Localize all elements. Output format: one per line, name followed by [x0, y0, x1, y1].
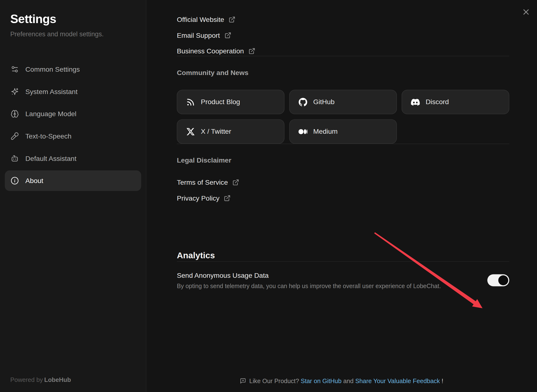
about-panel: Contact Us Official Website Email Suppor… — [146, 0, 537, 392]
discord-icon — [411, 98, 420, 107]
privacy-policy-link[interactable]: Privacy Policy — [177, 193, 509, 203]
sliders-icon — [10, 65, 19, 74]
section-divider — [177, 261, 509, 261]
product-footer: Like Our Product? Star on GitHub and Sha… — [146, 378, 537, 385]
community-section-heading: Community and News — [177, 68, 509, 77]
x-twitter-button[interactable]: X / Twitter — [177, 119, 285, 144]
business-cooperation-link[interactable]: Business Cooperation — [177, 46, 509, 56]
sidebar-item-text-to-speech[interactable]: Text-to-Speech — [5, 126, 141, 146]
medium-button[interactable]: Medium — [289, 119, 397, 144]
sidebar-item-common-settings[interactable]: Common Settings — [5, 59, 141, 80]
x-twitter-icon — [186, 127, 195, 136]
share-feedback-link[interactable]: Share Your Valuable Feedback — [355, 378, 440, 385]
external-link-icon — [224, 195, 231, 202]
lobehub-brand[interactable]: LobeHub — [44, 376, 71, 383]
contact-section-heading: Contact Us — [177, 0, 509, 2]
sidebar-item-label: Common Settings — [25, 65, 80, 73]
telemetry-setting-row: Send Anonymous Usage Data By opting to s… — [177, 271, 509, 290]
official-website-link[interactable]: Official Website — [177, 15, 509, 24]
sidebar-item-label: About — [25, 177, 44, 185]
page-title: Settings — [10, 11, 146, 26]
contact-links: Official Website Email Support Business … — [177, 15, 509, 56]
mic-icon — [10, 132, 19, 140]
settings-nav: Common Settings System Assistant Languag… — [0, 59, 146, 191]
sidebar-item-system-assistant[interactable]: System Assistant — [5, 81, 141, 102]
email-support-link[interactable]: Email Support — [177, 31, 509, 40]
feedback-icon — [240, 378, 246, 384]
brain-icon — [10, 109, 19, 118]
bot-icon — [10, 154, 19, 163]
discord-button[interactable]: Discord — [402, 90, 509, 114]
section-divider — [177, 144, 509, 144]
setting-title: Send Anonymous Usage Data — [177, 271, 441, 280]
close-icon — [522, 7, 531, 16]
info-icon — [10, 176, 19, 185]
sidebar-item-label: Language Model — [25, 110, 76, 118]
powered-by: Powered byLobeHub — [10, 376, 71, 384]
external-link-icon — [232, 179, 239, 186]
sparkles-icon — [10, 87, 19, 96]
section-divider — [177, 56, 509, 56]
star-on-github-link[interactable]: Star on GitHub — [301, 378, 342, 385]
github-button[interactable]: GitHub — [289, 90, 397, 114]
legal-links: Terms of Service Privacy Policy — [177, 178, 509, 203]
sidebar-item-label: Default Assistant — [25, 154, 76, 162]
external-link-icon — [248, 48, 255, 55]
setting-description: By opting to send telemetry data, you ca… — [177, 282, 441, 290]
sidebar-item-default-assistant[interactable]: Default Assistant — [5, 148, 141, 169]
close-button[interactable] — [522, 7, 531, 16]
sidebar-item-label: System Assistant — [25, 88, 78, 95]
settings-sidebar: Settings Preferences and model settings.… — [0, 0, 146, 392]
sidebar-item-about[interactable]: About — [5, 171, 141, 191]
external-link-icon — [224, 32, 231, 39]
sidebar-item-label: Text-to-Speech — [25, 132, 72, 140]
external-link-icon — [229, 16, 236, 23]
github-icon — [299, 98, 307, 107]
page-subtitle: Preferences and model settings. — [10, 30, 146, 39]
toggle-knob — [498, 275, 508, 285]
terms-of-service-link[interactable]: Terms of Service — [177, 178, 509, 187]
rss-icon — [186, 98, 195, 107]
product-blog-button[interactable]: Product Blog — [177, 90, 285, 114]
medium-icon — [299, 127, 307, 136]
analytics-section-heading: Analytics — [177, 249, 509, 261]
legal-section-heading: Legal Disclaimer — [177, 156, 509, 164]
sidebar-item-language-model[interactable]: Language Model — [5, 104, 141, 124]
community-buttons: Product Blog GitHub Discord — [177, 90, 509, 144]
usage-data-toggle[interactable] — [487, 274, 509, 286]
